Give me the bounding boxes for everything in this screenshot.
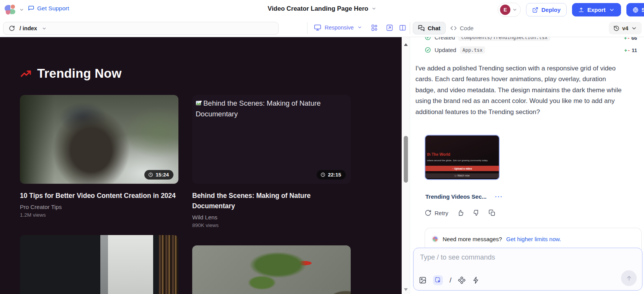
route-path: / index xyxy=(20,25,37,31)
trending-up-icon xyxy=(20,68,32,80)
get-higher-limits-link[interactable]: Get higher limits now. xyxy=(506,236,561,242)
video-thumbnail[interactable] xyxy=(20,235,178,294)
tab-chat[interactable]: Chat xyxy=(413,22,446,34)
globe-icon xyxy=(633,7,639,13)
check-circle-icon xyxy=(425,47,431,53)
preview-scrollbar[interactable] xyxy=(402,37,410,294)
chat-input-box[interactable]: / xyxy=(413,248,642,291)
section-title: Trending Now xyxy=(37,66,122,81)
video-thumbnail[interactable] xyxy=(192,245,351,294)
attach-image-icon[interactable] xyxy=(419,276,427,284)
assistant-message: I've added a polished Trending section w… xyxy=(415,63,625,118)
chevron-down-icon xyxy=(371,6,376,11)
clock-icon xyxy=(320,172,325,177)
open-in-new-icon[interactable] xyxy=(386,24,393,31)
responsive-mode-dropdown[interactable]: Responsive xyxy=(314,24,362,31)
chevron-down-icon xyxy=(512,7,517,12)
chat-input[interactable] xyxy=(420,253,581,261)
export-button[interactable]: Export xyxy=(572,3,621,16)
divider xyxy=(307,22,307,34)
video-title[interactable]: 10 Tips for Better Video Content Creatio… xyxy=(20,191,176,201)
duration-badge: 22:15 xyxy=(317,170,346,180)
banner-text: Need more messages? xyxy=(443,236,502,242)
responsive-label: Responsive xyxy=(325,24,354,31)
monitor-icon xyxy=(314,24,321,31)
design-artifact-thumbnail[interactable]: th The World videos around the globe. Jo… xyxy=(425,135,500,180)
project-title-menu[interactable]: Video Creator Landing Page Hero xyxy=(268,5,376,12)
artifact-body: videos around the globe. Join our growin… xyxy=(427,159,488,162)
file-chip: App.tsx xyxy=(460,46,485,54)
external-link-icon xyxy=(532,7,538,13)
chevron-down-icon xyxy=(357,25,362,30)
scroll-down-arrow[interactable] xyxy=(404,288,408,291)
app-logo-mini-icon xyxy=(432,236,438,242)
artifact-name-link[interactable]: Trending Videos Sec... xyxy=(425,193,487,200)
clock-icon xyxy=(148,172,153,177)
chat-bubbles-icon xyxy=(418,25,425,31)
copy-icon[interactable] xyxy=(489,209,495,216)
preview-pane: Trending Now 15:24 10 Tips for Better Vi… xyxy=(0,37,402,294)
artifact-secondary-button: ▷ Watch now xyxy=(425,173,499,178)
scrollbar-thumb[interactable] xyxy=(404,136,408,183)
chevron-down-icon[interactable] xyxy=(19,7,24,12)
version-label: v4 xyxy=(622,25,628,31)
video-views: 1.2M views xyxy=(20,212,178,218)
get-support-link[interactable]: Get Support xyxy=(28,5,69,12)
speech-bubble-icon xyxy=(28,5,34,12)
artifact-primary-button: ↑ Upload a video xyxy=(425,166,499,171)
video-views: 890K views xyxy=(192,222,351,228)
split-columns-icon[interactable] xyxy=(399,24,406,31)
chevron-down-icon xyxy=(631,25,637,31)
retry-icon xyxy=(425,209,432,216)
broken-image-icon xyxy=(196,101,202,106)
chevron-down-icon xyxy=(609,7,615,13)
history-icon xyxy=(613,25,619,31)
url-bar[interactable]: / index xyxy=(3,22,279,35)
share-label: Share xyxy=(642,7,644,13)
avatar: E xyxy=(500,5,510,15)
upload-icon xyxy=(578,7,584,13)
app-window: Get Support Video Creator Landing Page H… xyxy=(0,0,644,294)
artifact-heading: th The World xyxy=(427,152,450,157)
broken-image-alt: Behind the Scenes: Making of Nature Docu… xyxy=(196,98,345,119)
diff-stats: +-11 xyxy=(624,47,637,53)
scroll-up-arrow[interactable] xyxy=(404,43,408,46)
share-button[interactable]: Share xyxy=(626,3,644,16)
get-support-label: Get Support xyxy=(37,5,69,12)
chat-panel: Created components/TrendingSection.tsx +… xyxy=(410,37,644,294)
account-menu[interactable]: E xyxy=(498,3,521,17)
deploy-button[interactable]: Deploy xyxy=(526,3,567,16)
version-history-dropdown[interactable]: v4 xyxy=(609,22,642,34)
deploy-label: Deploy xyxy=(541,7,561,13)
integrations-icon[interactable] xyxy=(458,276,466,284)
refresh-icon[interactable] xyxy=(9,25,15,31)
thumbs-down-icon[interactable] xyxy=(473,209,480,216)
video-channel: Pro Creator Tips xyxy=(20,204,178,210)
send-button[interactable] xyxy=(621,270,637,286)
top-bar: Get Support Video Creator Landing Page H… xyxy=(0,0,644,19)
retry-button[interactable]: Retry xyxy=(425,209,448,216)
upgrade-banner: Need more messages? Get higher limits no… xyxy=(425,228,642,250)
file-change-row[interactable]: Updated App.tsx xyxy=(425,46,485,54)
chat-tab-label: Chat xyxy=(428,25,440,31)
code-icon xyxy=(450,25,457,31)
export-label: Export xyxy=(587,7,606,13)
video-title[interactable]: Behind the Scenes: Making of Nature Docu… xyxy=(192,191,348,211)
thumbs-up-icon[interactable] xyxy=(457,209,464,216)
artifact-menu-dots[interactable]: ··· xyxy=(495,193,503,200)
component-tree-icon[interactable] xyxy=(371,24,378,31)
chevron-down-icon[interactable] xyxy=(42,26,47,31)
video-thumbnail-broken[interactable]: Behind the Scenes: Making of Nature Docu… xyxy=(192,95,351,184)
code-tab-label: Code xyxy=(460,25,474,31)
slash-command-icon[interactable]: / xyxy=(449,276,451,284)
quick-actions-icon[interactable] xyxy=(472,276,480,284)
app-logo-icon[interactable] xyxy=(5,4,16,15)
select-element-icon[interactable] xyxy=(433,275,443,285)
duration-badge: 15:24 xyxy=(144,170,173,180)
arrow-up-icon xyxy=(626,275,633,282)
divider xyxy=(410,22,410,34)
tab-code[interactable]: Code xyxy=(445,22,479,34)
message-actions: Retry xyxy=(425,209,495,216)
preview-toolbar: / index Responsive Chat Code v4 xyxy=(0,19,644,37)
video-thumbnail[interactable]: 15:24 xyxy=(20,95,178,184)
